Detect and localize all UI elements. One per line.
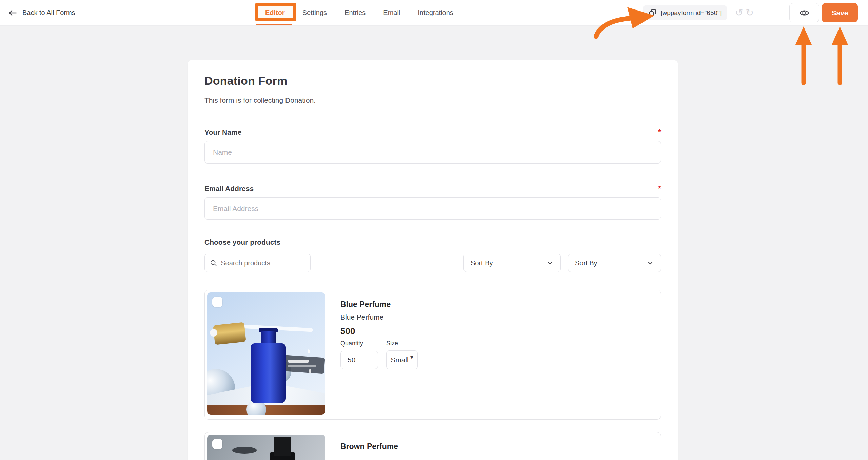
caret-down-icon: ▼ [410,355,413,360]
preview-button[interactable] [789,3,819,22]
product-card-blue-perfume: Blue Perfume Blue Perfume 500 Quantity S… [204,290,661,420]
redo-button[interactable]: ↻ [746,8,754,18]
products-toolbar: Sort By Sort By [204,254,661,272]
topbar-actions: [wppayform id="650"] ↺ ↻ Save [643,3,868,22]
required-marker: * [658,128,661,136]
product-checkbox[interactable] [212,297,222,307]
decoration-bottle-body [251,343,286,403]
tab-integrations[interactable]: Integrations [409,0,462,25]
sort-by-select-1[interactable]: Sort By [463,254,561,272]
choose-products-label: Choose your products [204,238,661,246]
back-arrow-icon [8,9,17,16]
product-subtitle: Blue Perfume [340,313,418,321]
shortcode-copy-chip[interactable]: [wppayform id="650"] [643,5,727,20]
chevron-down-icon [647,259,654,267]
field-email-address: Email Address * [204,185,661,220]
undo-button[interactable]: ↺ [735,8,743,18]
form-title: Donation Form [204,74,661,88]
name-input[interactable] [204,141,661,164]
save-button[interactable]: Save [822,3,858,22]
decoration-label [280,355,325,374]
tab-email[interactable]: Email [374,0,409,25]
back-label: Back to All Forms [22,9,75,17]
search-products-input[interactable] [221,259,305,267]
decoration-disc [232,447,257,454]
tab-entries[interactable]: Entries [336,0,374,25]
copy-icon [648,8,657,17]
back-to-all-forms-link[interactable]: Back to All Forms [0,0,82,25]
decoration-label-text [288,365,316,367]
product-name: Blue Perfume [340,300,418,309]
sort-by-select-2[interactable]: Sort By [568,254,661,272]
redo-icon: ↻ [746,8,754,18]
product-info: Brown Perfume [328,432,398,460]
search-icon [210,259,217,267]
annotation-arrow-save [832,26,848,83]
form-description: This form is for collecting Donation. [204,96,661,104]
product-image-blue-perfume [207,292,325,415]
product-checkbox[interactable] [212,439,222,449]
decoration-droplet [308,349,310,353]
decoration-bottle-cap [274,437,291,456]
size-label: Size [386,340,418,347]
product-name: Brown Perfume [340,442,398,451]
topbar: Back to All Forms Editor Settings Entrie… [0,0,868,26]
undo-icon: ↺ [735,8,743,18]
decoration-droplet [309,369,311,373]
topbar-divider [760,6,760,20]
product-card-brown-perfume: Brown Perfume [204,432,661,460]
shortcode-text: [wppayform id="650"] [660,9,722,17]
field-your-name: Your Name * [204,128,661,164]
your-name-label: Your Name [204,128,241,136]
product-price: 500 [340,326,418,337]
tab-settings[interactable]: Settings [294,0,336,25]
product-image-brown-perfume [207,435,325,460]
tab-editor[interactable]: Editor [256,0,294,25]
email-address-label: Email Address [204,185,254,193]
product-info: Blue Perfume Blue Perfume 500 Quantity S… [328,290,418,419]
quantity-input[interactable] [340,351,378,369]
size-select[interactable]: Small ▼ [386,350,418,369]
form-editor-canvas: Donation Form This form is for collectin… [188,60,678,460]
decoration-gold-cap [213,322,246,345]
email-input[interactable] [204,197,661,220]
eye-icon [799,9,810,17]
decoration-cap-tip [210,329,217,337]
required-marker: * [658,185,661,193]
quantity-label: Quantity [340,340,386,347]
chevron-down-icon [546,259,554,267]
product-search-box [204,254,311,272]
decoration-label-text [288,360,309,363]
tab-bar: Editor Settings Entries Email Integratio… [256,0,462,25]
annotation-arrow-preview [795,26,812,83]
